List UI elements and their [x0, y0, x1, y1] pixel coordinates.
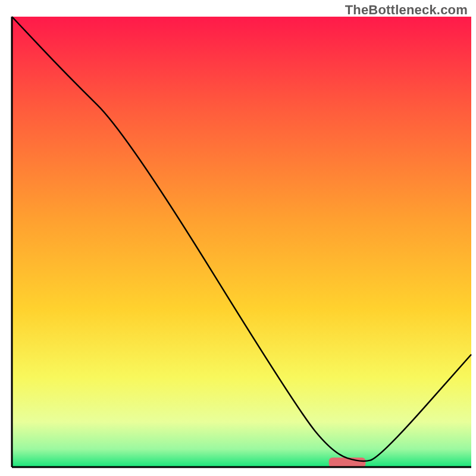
optimal-marker — [329, 458, 366, 468]
plot-area — [12, 17, 471, 468]
gradient-background — [12, 17, 471, 467]
bottleneck-chart — [0, 0, 476, 476]
